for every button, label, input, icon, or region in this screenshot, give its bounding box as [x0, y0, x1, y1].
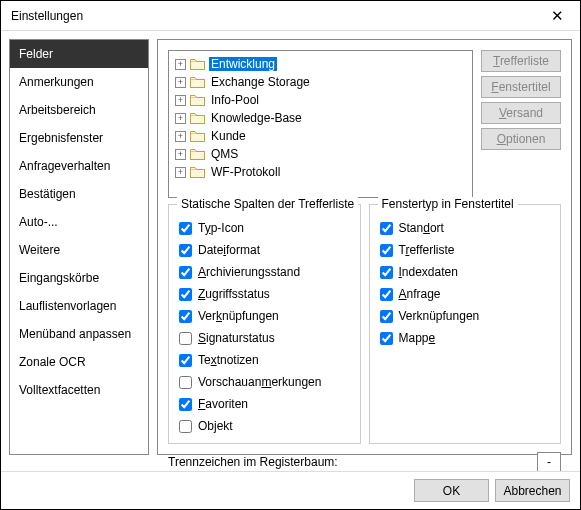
checkbox-label[interactable]: Verknüpfungen	[399, 309, 480, 323]
checkbox[interactable]	[179, 332, 192, 345]
checkbox-label[interactable]: Anfrage	[399, 287, 441, 301]
expand-icon[interactable]: +	[175, 149, 186, 160]
checkbox-row: Verknüpfungen	[179, 305, 350, 327]
checkbox-label[interactable]: Vorschauanmerkungen	[198, 375, 321, 389]
checkbox-label[interactable]: Typ-Icon	[198, 221, 244, 235]
tree-label: Info-Pool	[209, 93, 261, 107]
checkbox-row: Standort	[380, 217, 551, 239]
checkbox[interactable]	[179, 244, 192, 257]
separator-label: Trennzeichen im Registerbaum:	[168, 455, 338, 469]
trefferliste-button[interactable]: Trefferliste	[481, 50, 561, 72]
tree-item[interactable]: +Kunde	[175, 127, 466, 145]
sidebar-item[interactable]: Volltextfacetten	[10, 376, 148, 404]
sidebar-item[interactable]: Arbeitsbereich	[10, 96, 148, 124]
checkbox-row: Typ-Icon	[179, 217, 350, 239]
checkbox-label[interactable]: Zugriffsstatus	[198, 287, 270, 301]
sidebar-item[interactable]: Lauflistenvorlagen	[10, 292, 148, 320]
folder-icon	[190, 95, 205, 106]
checkbox-label[interactable]: Objekt	[198, 419, 233, 433]
checkbox[interactable]	[179, 266, 192, 279]
window-title: Einstellungen	[11, 9, 83, 23]
sidebar-item[interactable]: Weitere	[10, 236, 148, 264]
checkbox-row: Anfrage	[380, 283, 551, 305]
sidebar-item[interactable]: Ergebnisfenster	[10, 124, 148, 152]
svg-rect-4	[191, 133, 205, 141]
checkbox-label[interactable]: Dateiformat	[198, 243, 260, 257]
tree-item[interactable]: +Info-Pool	[175, 91, 466, 109]
checkbox-label[interactable]: Mappe	[399, 331, 436, 345]
checkbox[interactable]	[179, 376, 192, 389]
tree-item[interactable]: +QMS	[175, 145, 466, 163]
checkbox[interactable]	[179, 420, 192, 433]
svg-rect-0	[191, 61, 205, 69]
sidebar-item[interactable]: Auto-...	[10, 208, 148, 236]
checkbox[interactable]	[380, 310, 393, 323]
expand-icon[interactable]: +	[175, 95, 186, 106]
checkbox-row: Trefferliste	[380, 239, 551, 261]
close-button[interactable]: ✕	[535, 1, 580, 31]
checkbox-label[interactable]: Verknüpfungen	[198, 309, 279, 323]
checkbox-label[interactable]: Archivierungsstand	[198, 265, 300, 279]
folder-icon	[190, 131, 205, 142]
checkbox-label[interactable]: Favoriten	[198, 397, 248, 411]
sidebar-item[interactable]: Menüband anpassen	[10, 320, 148, 348]
checkbox-row: Indexdaten	[380, 261, 551, 283]
checkbox[interactable]	[179, 288, 192, 301]
sidebar-item[interactable]: Bestätigen	[10, 180, 148, 208]
checkbox-label[interactable]: Standort	[399, 221, 444, 235]
checkbox-label[interactable]: Textnotizen	[198, 353, 259, 367]
checkbox-row: Mappe	[380, 327, 551, 349]
versand-button[interactable]: Versand	[481, 102, 561, 124]
group-title: Fenstertyp in Fenstertitel	[378, 197, 518, 211]
expand-icon[interactable]: +	[175, 131, 186, 142]
checkbox-row: Dateiformat	[179, 239, 350, 261]
tree-item[interactable]: +WF-Protokoll	[175, 163, 466, 181]
expand-icon[interactable]: +	[175, 59, 186, 70]
checkbox-row: Signaturstatus	[179, 327, 350, 349]
checkbox[interactable]	[380, 266, 393, 279]
sidebar-item[interactable]: Anfrageverhalten	[10, 152, 148, 180]
expand-icon[interactable]: +	[175, 113, 186, 124]
tree-item[interactable]: +Exchange Storage	[175, 73, 466, 91]
expand-icon[interactable]: +	[175, 77, 186, 88]
checkbox[interactable]	[380, 288, 393, 301]
svg-rect-5	[191, 151, 205, 159]
folder-icon	[190, 149, 205, 160]
checkbox[interactable]	[380, 332, 393, 345]
folder-icon	[190, 167, 205, 178]
checkbox[interactable]	[380, 244, 393, 257]
tree-item[interactable]: +Entwicklung	[175, 55, 466, 73]
group-fenstertyp: Fenstertyp in Fenstertitel StandortTreff…	[369, 204, 562, 444]
checkbox[interactable]	[380, 222, 393, 235]
optionen-button[interactable]: Optionen	[481, 128, 561, 150]
sidebar-item[interactable]: Eingangskörbe	[10, 264, 148, 292]
tree-label: Knowledge-Base	[209, 111, 304, 125]
sidebar: FelderAnmerkungenArbeitsbereichErgebnisf…	[9, 39, 149, 455]
sidebar-item[interactable]: Anmerkungen	[10, 68, 148, 96]
tree-item[interactable]: +Knowledge-Base	[175, 109, 466, 127]
checkbox[interactable]	[179, 354, 192, 367]
separator-input[interactable]	[537, 452, 561, 472]
checkbox-label[interactable]: Signaturstatus	[198, 331, 275, 345]
checkbox-label[interactable]: Trefferliste	[399, 243, 455, 257]
svg-rect-3	[191, 115, 205, 123]
ok-button[interactable]: OK	[414, 479, 489, 502]
svg-rect-1	[191, 79, 205, 87]
tree-label: QMS	[209, 147, 240, 161]
checkbox-label[interactable]: Indexdaten	[399, 265, 458, 279]
cancel-button[interactable]: Abbrechen	[495, 479, 570, 502]
checkbox[interactable]	[179, 222, 192, 235]
register-tree[interactable]: +Entwicklung+Exchange Storage+Info-Pool+…	[168, 50, 473, 198]
tree-label: Entwicklung	[209, 57, 277, 71]
fenstertitel-button[interactable]: Fenstertitel	[481, 76, 561, 98]
checkbox-row: Vorschauanmerkungen	[179, 371, 350, 393]
sidebar-item[interactable]: Felder	[10, 40, 148, 68]
checkbox[interactable]	[179, 310, 192, 323]
checkbox-row: Textnotizen	[179, 349, 350, 371]
svg-rect-2	[191, 97, 205, 105]
expand-icon[interactable]: +	[175, 167, 186, 178]
checkbox-row: Archivierungsstand	[179, 261, 350, 283]
sidebar-item[interactable]: Zonale OCR	[10, 348, 148, 376]
group-trefferliste-columns: Statische Spalten der Trefferliste Typ-I…	[168, 204, 361, 444]
checkbox[interactable]	[179, 398, 192, 411]
